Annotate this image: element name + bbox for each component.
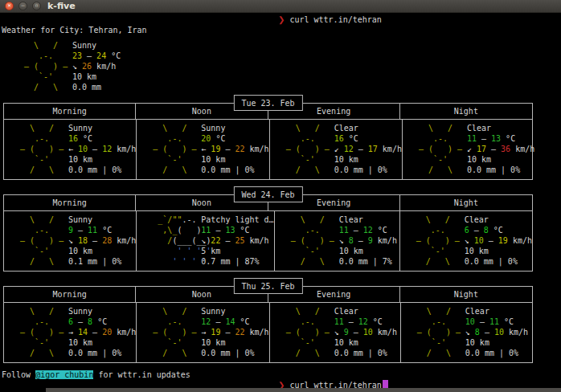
visibility-line: 10 km [68, 246, 136, 256]
forecast-tables: Tue 23. FebMorningNoonEveningNight \ / .… [2, 103, 561, 363]
ascii-art-line: `-' [291, 246, 339, 256]
ascii-art-line: ' ' ' ' [153, 246, 201, 256]
precipitation-line: 0.7 mm | 87% [201, 256, 273, 267]
ascii-art-line: .-. [20, 225, 68, 235]
temperature-line: 6 – 8 °C [68, 316, 136, 327]
ascii-art-line: `-' [286, 337, 334, 348]
ascii-art-line: / \ [153, 348, 201, 358]
ascii-art-line: / \ [419, 165, 467, 175]
temperature-line: 16 °C [68, 133, 136, 144]
ascii-art-line: / \ [286, 348, 334, 358]
weather-cell-evening: \ / .-.– ( ) – `-' / \Clear11 – 12 °C↘ 8… [275, 211, 400, 271]
visibility-line: 10 km [339, 246, 397, 256]
ascii-art-line: \ / [419, 123, 467, 133]
sun-ascii-icon: \ / .-.– ( ) – `-' / \ [153, 123, 201, 179]
ascii-art-line: \ / [286, 123, 334, 133]
ascii-art-line: / \ [24, 82, 72, 92]
ascii-art-line: `-' [153, 154, 201, 165]
precipitation-line: 0.0 mm [72, 82, 121, 92]
visibility-line: 10 km [465, 246, 532, 256]
ascii-art-line: – ( ) – [416, 235, 465, 246]
temperature-line: 23 – 24 °C [72, 51, 121, 61]
twitter-handle: @igor_chubin [35, 370, 93, 379]
ascii-art-line: – ( ) – [20, 327, 68, 337]
sun-ascii-icon: \ / .-.– ( ) – `-' / \ [153, 306, 201, 362]
sun-ascii-icon: \ / .-.– ( ) – `-' / \ [20, 123, 68, 179]
ascii-art-line: `-' [20, 246, 68, 256]
condition-line: Clear [334, 123, 402, 133]
ascii-art-line: `-' [20, 154, 68, 165]
follow-text: Follow [2, 370, 35, 379]
weather-cell-details: Sunny16 °C← 10 – 12 km/h10 km0.0 mm | 0% [68, 123, 136, 179]
forecast-date-label: Tue 23. Feb [233, 95, 302, 111]
wind-line: ↙ 17 – 36 km/h [467, 144, 534, 154]
precipitation-line: 0.0 mm | 0% [68, 165, 136, 175]
ascii-art-line: \ / [291, 214, 339, 225]
sun-ascii-icon: \ / .-.– ( ) – `-' / \ [416, 214, 465, 271]
ascii-art-line: `-' [153, 337, 201, 348]
ascii-art-line: `-' [20, 337, 68, 348]
precipitation-line: 0.0 mm | 7% [339, 256, 397, 267]
follow-line: Follow @igor_chubin for wttr.in updates [2, 370, 561, 380]
ascii-art-line: / \ [417, 348, 465, 358]
condition-line: Patchy light d… [201, 214, 273, 225]
ascii-art-line: – ( ) – [286, 327, 334, 337]
bottom-edge-bar [46, 388, 561, 392]
column-header-night: Night [400, 104, 532, 119]
maximize-icon[interactable]: ▫ [32, 2, 41, 10]
command-text: curl wttr.in/tehran [289, 15, 381, 24]
ascii-art-line: / \ [20, 256, 68, 267]
temperature-line: 9 – 11 °C [68, 225, 136, 235]
ascii-art-line: \ / [153, 123, 201, 133]
ascii-art-line: `-' [24, 71, 72, 82]
condition-line: Sunny [201, 306, 268, 316]
ascii-art-line: .-. [291, 225, 339, 235]
weather-cell-morning: \ / .-.– ( ) – `-' / \Sunny9 – 11 °C↘ 18… [4, 211, 137, 271]
ascii-art-line: – ( ) – [20, 144, 68, 154]
precipitation-line: 0.0 mm | 0% [465, 256, 532, 267]
precipitation-line: 0.0 mm | 0% [465, 348, 528, 358]
follow-text-suffix: for wttr.in updates [93, 370, 190, 379]
ascii-art-line: – ( ) – [419, 144, 467, 154]
minimize-icon[interactable]: – [18, 2, 27, 10]
weather-cell-details: Clear11 – 13 °C↙ 17 – 36 km/h10 km0.0 mm… [467, 123, 534, 179]
ascii-art-line: .-. [20, 133, 68, 144]
condition-line: Clear [465, 214, 532, 225]
close-icon[interactable]: ✕ [5, 2, 14, 10]
ascii-art-line: .-. [417, 316, 465, 327]
ascii-art-line: /(___(__) [153, 235, 201, 246]
ascii-art-line: / \ [20, 165, 68, 175]
weather-cell-details: Sunny9 – 11 °C↘ 18 – 28 km/h10 km0.1 mm … [68, 214, 136, 271]
drizzle-ascii-icon: _`/"".-. ,\_( ). /(___(__) ' ' ' ' ' ' '… [153, 214, 201, 271]
forecast-cells-row: \ / .-.– ( ) – `-' / \Sunny9 – 11 °C↘ 18… [4, 211, 532, 271]
wind-line: ↘ 18 – 28 km/h [68, 235, 136, 246]
ascii-art-line: \ / [416, 214, 465, 225]
ascii-art-line: – ( ) – [153, 144, 201, 154]
wind-line: → 14 – 20 km/h [68, 327, 136, 337]
column-header-night: Night [400, 195, 532, 210]
wind-line: ↘ 9 – 10 km/h [334, 327, 397, 337]
precipitation-line: 0.0 mm | 0% [334, 348, 397, 358]
sun-ascii-icon: \ / .-.– ( ) – `-' / \ [286, 123, 334, 179]
visibility-line: 10 km [72, 71, 121, 82]
ascii-art-line: .-. [153, 133, 201, 144]
ascii-art-line: / \ [153, 165, 201, 175]
terminal-screen[interactable]: ❯ curl wttr.in/tehran Weather for City: … [0, 13, 561, 392]
window-titlebar: ✕ – ▫ k-five [0, 0, 561, 13]
ascii-art-line: – ( ) – [153, 327, 201, 337]
current-conditions-details: Sunny23 – 24 °C↘ 26 km/h10 km0.0 mm [72, 40, 121, 92]
temperature-line: 11 – 13 °C [201, 225, 273, 235]
ascii-art-line: `-' [416, 246, 465, 256]
ascii-art-line: _`/"".-. [153, 214, 201, 225]
weather-cell-noon: _`/"".-. ,\_( ). /(___(__) ' ' ' ' ' ' '… [137, 211, 274, 271]
sun-ascii-icon: \ / .-.– ( ) – `-' / \ [419, 123, 467, 179]
wind-line: ← 19 – 22 km/h [201, 144, 268, 154]
temperature-line: 11 – 13 °C [467, 133, 534, 144]
sun-ascii-icon: \ / .-.– ( ) – `-' / \ [20, 214, 68, 271]
sun-ascii-icon: \ / .-.– ( ) – `-' / \ [291, 214, 339, 271]
current-conditions: \ / .-.– ( ) – `-' / \ Sunny23 – 24 °C↘ … [2, 40, 561, 92]
shell-prompt-line-1: ❯ curl wttr.in/tehran [2, 14, 561, 25]
weather-cell-evening: \ / .-.– ( ) – `-' / \Clear16 °C↙ 12 – 1… [270, 120, 403, 179]
precipitation-line: 0.0 mm | 0% [467, 165, 534, 175]
wind-line: ↘ 8 – 10 km/h [465, 327, 528, 337]
